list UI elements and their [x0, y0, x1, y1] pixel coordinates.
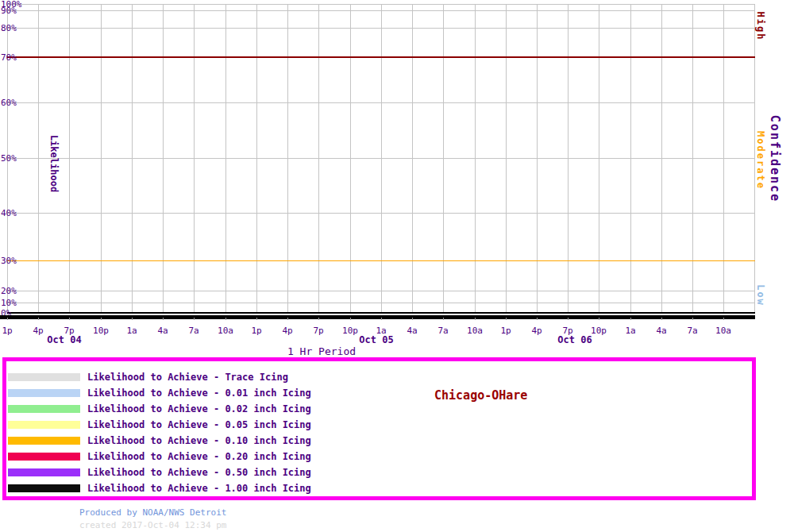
- h-gridline: [7, 10, 755, 11]
- legend-label: Likelihood to Achieve - 0.50 inch Icing: [87, 467, 311, 478]
- y-tick-label: 50%: [1, 153, 17, 164]
- x-date-label: Oct 06: [557, 334, 592, 345]
- x-tick-mark: [7, 318, 8, 320]
- legend-label: Likelihood to Achieve - 0.02 inch Icing: [87, 403, 311, 414]
- x-tick-label: 4p: [33, 326, 43, 336]
- x-tick-label: 1p: [500, 326, 511, 336]
- x-tick-mark: [132, 318, 133, 320]
- y2-axis-title: Confidence: [769, 115, 781, 202]
- legend-label: Likelihood to Achieve - 1.00 inch Icing: [87, 483, 311, 494]
- legend-swatch: [8, 421, 80, 429]
- legend-swatch: [8, 437, 80, 445]
- x-date-label: Oct 04: [47, 334, 81, 345]
- reference-line-70%: [7, 56, 755, 58]
- legend-label: Likelihood to Achieve - 0.05 inch Icing: [87, 419, 311, 430]
- x-tick-mark: [350, 318, 351, 320]
- x-tick-mark: [318, 318, 319, 320]
- h-gridline: [7, 303, 755, 303]
- x-tick-label: 7a: [437, 326, 448, 336]
- x-tick-mark: [599, 318, 599, 320]
- x-tick-label: 4p: [282, 326, 292, 336]
- reference-line-0%: [7, 312, 755, 314]
- x-tick-mark: [381, 318, 382, 320]
- x-tick-label: 10a: [467, 326, 483, 336]
- x-tick-label: 10p: [93, 326, 109, 336]
- h-gridline: [7, 102, 755, 103]
- h-gridline: [7, 213, 755, 214]
- footer-produced-by: Produced by NOAA/NWS Detroit: [79, 507, 226, 518]
- legend-label: Likelihood to Achieve - 0.10 inch Icing: [87, 435, 311, 446]
- legend-swatch: [8, 453, 80, 461]
- footer: Produced by NOAA/NWS Detroit created 201…: [79, 507, 226, 530]
- x-tick-mark: [412, 318, 413, 320]
- confidence-label-low: Low: [755, 284, 766, 306]
- x-tick-label: 7a: [188, 326, 198, 336]
- x-tick-mark: [692, 318, 693, 320]
- y-tick-label: 20%: [1, 286, 17, 296]
- x-tick-label: 7a: [687, 326, 697, 336]
- confidence-label-moderate: Moderate: [755, 131, 766, 190]
- y-tick-label: 60%: [1, 98, 17, 108]
- x-tick-label: 4a: [656, 326, 666, 336]
- plot-area: 100%90%80%70%60%50%40%30%20%10%0%1p4p7p1…: [0, 0, 794, 357]
- x-tick-mark: [163, 318, 164, 320]
- h-gridline: [7, 158, 755, 159]
- legend-swatch: [8, 373, 80, 381]
- legend-swatch: [8, 405, 80, 413]
- h-gridline: [7, 28, 755, 29]
- y-axis-title: Likelihood: [48, 135, 60, 192]
- x-tick-label: 10a: [218, 326, 233, 336]
- y-tick-label: 10%: [1, 298, 17, 308]
- legend-swatch: [8, 484, 80, 492]
- x-tick-label: 4p: [531, 326, 542, 336]
- y-tick-label: 80%: [1, 23, 17, 33]
- x-axis-title: 1 Hr Period: [287, 345, 356, 357]
- x-tick-label: 1p: [2, 326, 12, 336]
- h-gridline: [7, 291, 755, 291]
- x-tick-mark: [568, 318, 569, 320]
- x-tick-label: 7p: [313, 326, 323, 336]
- legend-swatch: [8, 468, 80, 476]
- x-tick-label: 4a: [407, 326, 417, 336]
- footer-created: created 2017-Oct-04 12:34 pm: [79, 520, 226, 530]
- legend-label: Likelihood to Achieve - 0.01 inch Icing: [87, 387, 311, 399]
- x-tick-mark: [38, 318, 39, 320]
- legend-swatch: [8, 389, 80, 397]
- y-tick-label: 30%: [1, 256, 17, 266]
- x-tick-mark: [287, 318, 288, 320]
- y-tick-label: 90%: [1, 6, 17, 16]
- reference-line-30%: [7, 260, 755, 261]
- y-tick-label: 40%: [1, 208, 17, 218]
- confidence-label-high: High: [755, 12, 766, 41]
- x-tick-label: 4a: [157, 326, 168, 336]
- x-tick-mark: [225, 318, 226, 320]
- x-tick-label: 10p: [591, 326, 607, 336]
- x-tick-mark: [256, 318, 257, 320]
- h-gridline: [7, 4, 755, 5]
- x-tick-label: 10p: [342, 326, 358, 336]
- x-tick-label: 10a: [715, 326, 731, 336]
- x-tick-mark: [69, 318, 70, 320]
- icing-likelihood-chart: 100%90%80%70%60%50%40%30%20%10%0%1p4p7p1…: [0, 0, 794, 532]
- x-tick-mark: [443, 318, 444, 320]
- legend-box: Likelihood to Achieve - Trace IcingLikel…: [2, 357, 756, 500]
- x-tick-label: 1p: [251, 326, 261, 336]
- x-date-label: Oct 05: [359, 334, 393, 345]
- x-tick-label: 1a: [625, 326, 635, 336]
- y-tick-label: 70%: [1, 52, 17, 63]
- x-tick-mark: [506, 318, 507, 320]
- x-tick-mark: [723, 318, 724, 320]
- x-tick-mark: [475, 318, 476, 320]
- legend-label: Likelihood to Achieve - 0.20 inch Icing: [87, 451, 311, 462]
- x-tick-mark: [101, 318, 102, 320]
- x-tick-mark: [194, 318, 195, 320]
- series-flatline-all-zero: [0, 315, 755, 319]
- legend-label: Likelihood to Achieve - Trace Icing: [87, 372, 288, 383]
- x-tick-mark: [537, 318, 538, 320]
- x-tick-mark: [661, 318, 662, 320]
- x-tick-label: 1a: [126, 326, 137, 336]
- x-tick-mark: [630, 318, 631, 320]
- chart-title: Chicago-OHare: [434, 389, 527, 402]
